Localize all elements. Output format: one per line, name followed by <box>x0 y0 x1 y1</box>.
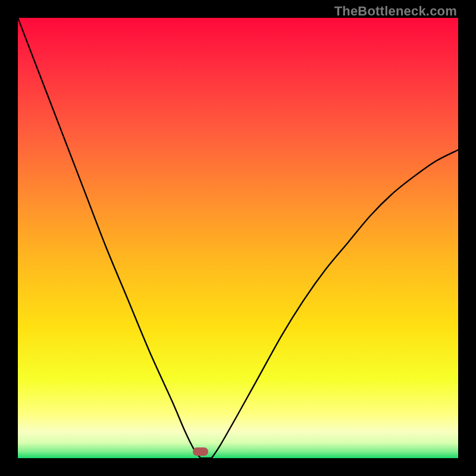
plot-area <box>18 18 458 458</box>
bottleneck-curve <box>18 18 458 458</box>
chart-frame: TheBottleneck.com <box>0 0 476 476</box>
watermark-text: TheBottleneck.com <box>334 4 457 19</box>
optimum-marker <box>193 447 208 456</box>
